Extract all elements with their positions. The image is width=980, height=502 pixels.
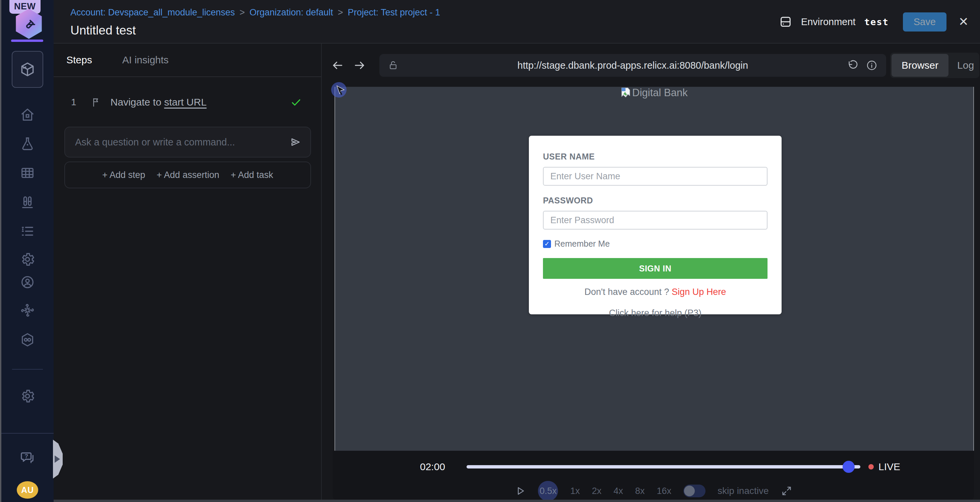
- steps-panel: Steps AI insights 1 Navigate to start UR…: [54, 44, 322, 502]
- remember-me-checkbox[interactable]: ✓: [543, 240, 551, 248]
- skip-inactive-toggle[interactable]: [683, 485, 705, 497]
- url-bar[interactable]: http://stage.dbank.prod-apps.relicx.ai:8…: [379, 54, 886, 77]
- bottom-scrollbar[interactable]: [54, 500, 980, 502]
- sidebar-item-slack-integration[interactable]: [2, 295, 54, 325]
- live-label[interactable]: LIVE: [878, 461, 900, 472]
- add-step-button[interactable]: + Add step: [102, 170, 145, 180]
- tab-steps[interactable]: Steps: [66, 54, 92, 66]
- hexagon-infinity-icon: [20, 332, 35, 348]
- browser-panel: http://stage.dbank.prod-apps.relicx.ai:8…: [322, 44, 980, 502]
- breadcrumb: Account: Devspace_all_module_licenses > …: [70, 7, 440, 18]
- sidebar-item-help[interactable]: ?: [2, 442, 54, 472]
- step-number: 1: [71, 97, 76, 108]
- send-icon[interactable]: [289, 136, 301, 148]
- sidebar-divider: [12, 369, 43, 370]
- sidebar: NEW: [2, 0, 54, 502]
- login-card: USER NAME PASSWORD ✓ Remember Me SIGN IN…: [529, 136, 781, 315]
- step-actions: + Add step + Add assertion + Add task: [64, 162, 311, 188]
- environment-label: Environment: [801, 16, 856, 27]
- step-label: Navigate to start URL: [111, 97, 207, 108]
- timeline-knob[interactable]: [843, 461, 855, 473]
- playback-time: 02:00: [420, 461, 445, 472]
- app-window: NEW: [0, 0, 980, 502]
- command-box: [64, 127, 311, 157]
- page-title: Untitled test: [70, 24, 136, 38]
- user-avatar[interactable]: AU: [17, 481, 38, 499]
- info-icon[interactable]: [866, 60, 877, 71]
- add-task-button[interactable]: + Add task: [231, 170, 273, 180]
- tab-ai-insights[interactable]: AI insights: [123, 54, 169, 66]
- active-brand-indicator: [11, 40, 43, 42]
- sidebar-item-lab[interactable]: [2, 129, 54, 159]
- sidebar-section-divider: [2, 433, 54, 434]
- environment-value[interactable]: test: [864, 17, 889, 27]
- timeline-track[interactable]: [466, 465, 860, 469]
- sidebar-item-admin-settings[interactable]: [2, 381, 54, 411]
- remember-me-row: ✓ Remember Me: [543, 239, 767, 249]
- top-header: Account: Devspace_all_module_licenses > …: [54, 0, 980, 44]
- flask-icon: [20, 136, 35, 151]
- signup-prefix: Don't have account ?: [584, 287, 671, 297]
- sign-up-link[interactable]: Sign Up Here: [671, 287, 726, 297]
- environment-drive-icon: [779, 15, 792, 29]
- test-tube-icon: [21, 16, 37, 32]
- breadcrumb-organization[interactable]: Organization: default: [250, 7, 333, 18]
- password-label: PASSWORD: [543, 196, 767, 205]
- speed-2x[interactable]: 2x: [592, 486, 601, 496]
- forward-arrow-icon[interactable]: [353, 59, 366, 72]
- sidebar-item-test-runs[interactable]: [2, 187, 54, 217]
- svg-text:?: ?: [25, 453, 29, 459]
- timeline-row: 02:00 LIVE: [333, 457, 974, 477]
- help-row: Click here for help (P3): [543, 308, 767, 318]
- panel-collapse-handle[interactable]: [53, 440, 63, 478]
- save-button[interactable]: Save: [903, 13, 947, 32]
- playback-panel: 02:00 LIVE 0.5x 1x 2x 4x 8x: [333, 451, 974, 500]
- sidebar-item-home[interactable]: [2, 100, 54, 130]
- package-box-icon: [19, 61, 36, 78]
- sign-in-button[interactable]: SIGN IN: [543, 258, 767, 279]
- browser-toolbar: http://stage.dbank.prod-apps.relicx.ai:8…: [322, 44, 980, 87]
- tab-browser[interactable]: Browser: [891, 54, 948, 77]
- breadcrumb-separator: >: [240, 7, 245, 18]
- step-start-url-link[interactable]: start URL: [164, 97, 207, 108]
- live-dot-icon: [869, 464, 874, 470]
- user-search-icon: [20, 275, 35, 290]
- toggle-knob: [684, 486, 695, 496]
- breadcrumb-project[interactable]: Project: Test project - 1: [348, 7, 441, 18]
- timeline-slider[interactable]: [466, 461, 860, 473]
- gear-icon: [20, 252, 35, 267]
- help-chat-icon: ?: [20, 450, 35, 465]
- url-text[interactable]: http://stage.dbank.prod-apps.relicx.ai:8…: [379, 60, 886, 71]
- test-tubes-icon: [20, 195, 35, 210]
- speed-8x[interactable]: 8x: [635, 486, 645, 496]
- back-arrow-icon[interactable]: [331, 59, 344, 72]
- sidebar-item-test-builder[interactable]: [12, 51, 43, 88]
- speed-4x[interactable]: 4x: [613, 486, 623, 496]
- fullscreen-icon[interactable]: [781, 485, 792, 497]
- command-input[interactable]: [65, 137, 289, 148]
- mouse-cursor-icon: [334, 84, 347, 97]
- speed-0-5x[interactable]: 0.5x: [538, 481, 558, 501]
- sidebar-item-suites[interactable]: [2, 158, 54, 187]
- skip-inactive-label: skip inactive: [718, 486, 769, 496]
- sidebar-item-ci-cd[interactable]: [2, 325, 54, 354]
- add-assertion-button[interactable]: + Add assertion: [156, 170, 219, 180]
- speed-1x[interactable]: 1x: [570, 486, 580, 496]
- remote-viewport[interactable]: Digital Bank USER NAME PASSWORD ✓ Rememb…: [334, 87, 974, 490]
- play-icon[interactable]: [514, 485, 526, 497]
- gear-icon: [20, 388, 35, 404]
- password-field[interactable]: [543, 211, 767, 230]
- breadcrumb-account[interactable]: Account: Devspace_all_module_licenses: [70, 7, 235, 18]
- sidebar-item-session-explorer[interactable]: [2, 267, 54, 297]
- remember-me-label: Remember Me: [554, 239, 610, 249]
- username-field[interactable]: [543, 167, 767, 186]
- home-icon: [20, 107, 35, 123]
- speed-16x[interactable]: 16x: [657, 486, 671, 496]
- refresh-icon[interactable]: [847, 60, 859, 71]
- sidebar-item-task-list[interactable]: [2, 216, 54, 246]
- list-icon: [20, 224, 35, 239]
- help-link[interactable]: Click here for help (P3): [609, 308, 702, 318]
- step-row[interactable]: 1 Navigate to start URL: [54, 91, 321, 114]
- tab-log[interactable]: Log: [948, 60, 980, 71]
- close-icon[interactable]: ✕: [959, 16, 969, 28]
